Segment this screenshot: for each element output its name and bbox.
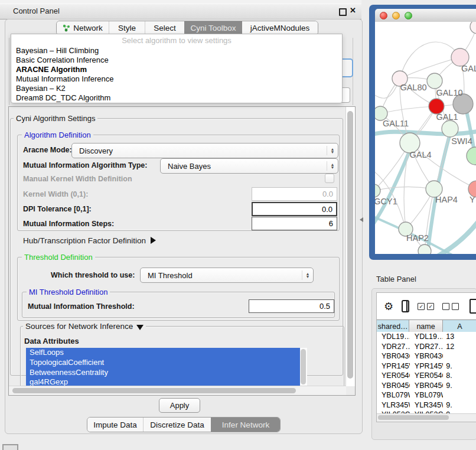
mi-threshold-field[interactable]: 0.5 bbox=[249, 299, 334, 313]
mi-steps-field[interactable]: 6 bbox=[252, 217, 337, 230]
column-header-name[interactable]: name bbox=[409, 320, 442, 332]
table-row[interactable]: YPR145WYPR145W9. bbox=[377, 361, 476, 371]
table-horizontal-scrollbar[interactable] bbox=[377, 413, 476, 422]
algorithm-dropdown-list: Bayesian – Hill ClimbingBasic Correlatio… bbox=[11, 46, 342, 103]
mi-type-value: Naive Bayes bbox=[161, 162, 327, 171]
algorithm-option[interactable]: Mutual Information Inference bbox=[11, 74, 342, 84]
close-icon[interactable]: ✕ bbox=[350, 6, 356, 15]
tab-infer-network[interactable]: Infer Network bbox=[211, 418, 280, 432]
aracne-mode-label: Aracne Mode: bbox=[23, 146, 72, 154]
select-all-checkboxes-icon[interactable]: ✓ ✓ bbox=[418, 303, 434, 310]
network-node-gcy1[interactable] bbox=[375, 184, 380, 197]
table-row[interactable]: YDL19…YDL19…13 bbox=[377, 332, 476, 342]
table-cell: YER054C bbox=[410, 371, 444, 381]
tab-style[interactable]: Style bbox=[109, 21, 145, 35]
algorithm-dropdown: Select algorithm to view settings Bayesi… bbox=[11, 34, 343, 103]
attribute-list-item[interactable]: BetweennessCentrality bbox=[26, 368, 307, 378]
table-cell: YDL19… bbox=[377, 332, 410, 342]
checked-box-icon: ✓ bbox=[427, 303, 434, 310]
mi-threshold-group-title: MI Threshold Definition bbox=[27, 288, 110, 296]
which-threshold-combobox[interactable]: MI Threshold ▲▼ bbox=[140, 268, 314, 283]
network-edge-highlighted[interactable] bbox=[375, 131, 476, 135]
minimize-traffic-light-icon[interactable] bbox=[392, 12, 400, 19]
table-cell: YLR345W bbox=[377, 400, 410, 410]
table-cell: YBR045C bbox=[410, 381, 444, 391]
float-window-icon[interactable] bbox=[339, 8, 347, 16]
algorithm-option[interactable]: Bayesian – Hill Climbing bbox=[11, 46, 342, 56]
deselect-all-checkboxes-icon[interactable] bbox=[442, 303, 459, 310]
table-row[interactable]: YDR27…YDR27…12 bbox=[377, 342, 476, 352]
attributes-list-scrollbar[interactable] bbox=[300, 348, 307, 386]
manual-kernel-checkbox[interactable] bbox=[325, 174, 334, 183]
bottom-left-widget[interactable] bbox=[2, 444, 18, 450]
table-row[interactable]: YER054CYER054C8. bbox=[377, 371, 476, 381]
network-node-rgreen[interactable] bbox=[467, 147, 476, 165]
columns-icon[interactable] bbox=[402, 300, 409, 312]
gear-icon[interactable]: ⚙ bbox=[384, 301, 393, 312]
settings-horizontal-scrollbar[interactable] bbox=[9, 386, 346, 395]
table-row[interactable]: YLR345WYLR345W9. bbox=[377, 400, 476, 410]
sources-group-expander[interactable]: Sources for Network Inference bbox=[23, 322, 146, 331]
network-canvas[interactable]: GALGAL80GAL10GAL1GAL11SWI4GAL4GCY1HAP4YH… bbox=[375, 22, 476, 254]
table-cell: 9. bbox=[443, 400, 476, 410]
algorithm-option[interactable]: Bayesian – K2 bbox=[11, 84, 342, 93]
network-node-label: GAL bbox=[461, 64, 476, 73]
tab-jactivemnodules[interactable]: jActiveMNodules bbox=[242, 21, 318, 35]
tab-cyni-toolbox[interactable]: Cyni Toolbox bbox=[184, 21, 242, 35]
algorithm-option[interactable]: Basic Correlation Inference bbox=[11, 56, 342, 65]
network-node-swi4n[interactable] bbox=[442, 120, 458, 137]
tab-network[interactable]: Network bbox=[57, 21, 109, 35]
tab-label: jActiveMNodules bbox=[250, 24, 310, 32]
data-attributes-list[interactable]: SelfLoopsTopologicalCoefficientBetweenne… bbox=[26, 348, 307, 386]
mi-type-combobox[interactable]: Naive Bayes ▲▼ bbox=[160, 158, 338, 174]
tab-label: Infer Network bbox=[222, 420, 269, 429]
scrollbar-thumb[interactable] bbox=[12, 388, 296, 393]
table-cell: YLR345W bbox=[410, 400, 444, 410]
network-node-gal10[interactable] bbox=[427, 73, 442, 89]
tab-impute-data[interactable]: Impute Data bbox=[87, 418, 143, 432]
attribute-list-item[interactable]: SelfLoops bbox=[26, 348, 307, 358]
algorithm-option[interactable]: Dream8 DC_TDC Algorithm bbox=[11, 93, 342, 103]
table-cell: YER054C bbox=[377, 371, 410, 381]
network-node-label: GAL80 bbox=[400, 83, 426, 92]
attribute-list-item[interactable]: gal4RGexp bbox=[26, 377, 307, 386]
algorithm-option[interactable]: ARACNE Algorithm bbox=[11, 65, 342, 74]
network-node-label: GAL1 bbox=[436, 112, 458, 122]
tab-label: Cyni Toolbox bbox=[190, 24, 236, 32]
scrollbar-thumb[interactable] bbox=[347, 111, 353, 379]
network-node-nbot[interactable] bbox=[418, 244, 431, 254]
tab-select[interactable]: Select bbox=[145, 21, 184, 35]
dpi-tolerance-field[interactable]: 0.0 bbox=[252, 202, 337, 216]
column-header-A[interactable]: A bbox=[443, 320, 476, 332]
network-window-titlebar[interactable] bbox=[375, 9, 476, 22]
network-node-label: GAL10 bbox=[436, 88, 462, 97]
column-header-shared[interactable]: shared… bbox=[377, 320, 409, 332]
table-panel: ⚙ ✓ ✓ shared…nameA YDL19…YDL19…13YDR27…Y… bbox=[371, 288, 476, 440]
split-pane-collapse-icon[interactable] bbox=[360, 217, 363, 222]
tab-label: Select bbox=[154, 24, 176, 32]
close-traffic-light-icon[interactable] bbox=[380, 12, 387, 19]
kernel-width-field[interactable]: 0.0 bbox=[252, 187, 337, 201]
table-cell: YDR27… bbox=[377, 342, 410, 352]
tab-discretize-data[interactable]: Discretize Data bbox=[143, 418, 211, 432]
table-row[interactable]: YBR043CYBR043C bbox=[377, 351, 476, 361]
network-edge[interactable] bbox=[400, 42, 460, 79]
table-content: ⚙ ✓ ✓ shared…nameA YDL19…YDL19…13YDR27…Y… bbox=[376, 292, 476, 422]
hub-definition-expander[interactable]: Hub/Transcription Factor Definition bbox=[23, 236, 156, 245]
network-edge[interactable] bbox=[380, 106, 436, 113]
algorithm-dropdown-prompt: Select algorithm to view settings bbox=[11, 34, 342, 46]
table-row[interactable]: YBR045CYBR045C9. bbox=[377, 381, 476, 391]
settings-vertical-scrollbar[interactable] bbox=[345, 107, 355, 386]
scrollbar-thumb[interactable] bbox=[378, 415, 449, 420]
attribute-list-item[interactable]: TopologicalCoefficient bbox=[26, 358, 307, 368]
zoom-traffic-light-icon[interactable] bbox=[405, 12, 412, 19]
network-node-ntop[interactable] bbox=[470, 22, 476, 34]
aracne-mode-combobox[interactable]: Discovery ▲▼ bbox=[71, 143, 338, 158]
mi-type-label: Mutual Information Algorithm Type: bbox=[23, 161, 147, 169]
network-edge[interactable] bbox=[375, 187, 434, 191]
control-panel-title: Control Panel bbox=[13, 6, 60, 15]
document-icon[interactable] bbox=[470, 299, 476, 314]
table-cell: 9. bbox=[443, 381, 476, 391]
table-row[interactable]: YBL079WYBL079W bbox=[377, 390, 476, 400]
apply-button[interactable]: Apply bbox=[159, 398, 200, 413]
